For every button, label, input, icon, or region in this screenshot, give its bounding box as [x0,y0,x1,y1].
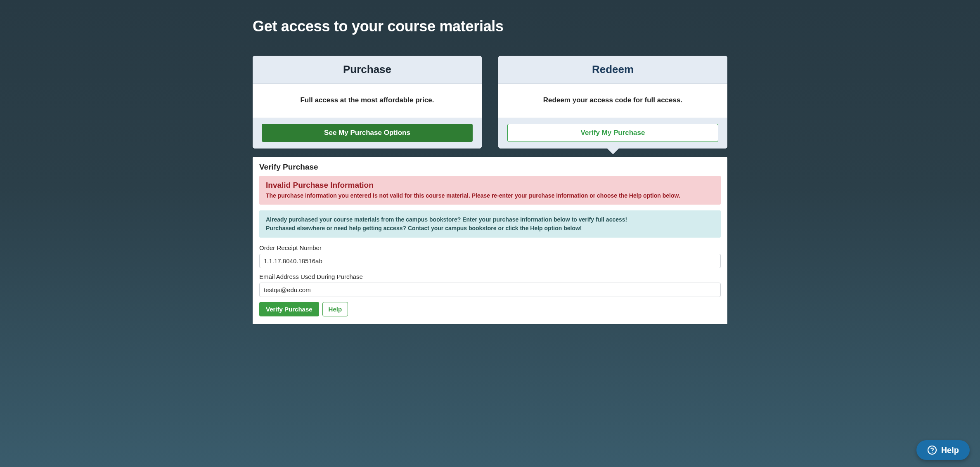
page-title: Get access to your course materials [253,18,727,35]
email-label: Email Address Used During Purchase [259,273,721,280]
help-widget-label: Help [941,446,959,455]
help-widget[interactable]: Help [916,440,970,460]
purchase-card: Purchase Full access at the most afforda… [253,56,482,149]
help-circle-icon [927,445,937,455]
error-alert: Invalid Purchase Information The purchas… [259,176,721,205]
verify-purchase-button[interactable]: Verify Purchase [259,302,319,316]
email-group: Email Address Used During Purchase [259,273,721,297]
purchase-card-title: Purchase [343,63,391,75]
order-receipt-input[interactable] [259,254,721,268]
order-receipt-group: Order Receipt Number [259,244,721,268]
error-alert-text: The purchase information you entered is … [266,192,714,199]
redeem-card-footer: Verify My Purchase [498,118,727,149]
redeem-card-header: Redeem [498,56,727,84]
order-receipt-label: Order Receipt Number [259,244,721,251]
purchase-card-header: Purchase [253,56,482,84]
verify-purchase-panel: Verify Purchase Invalid Purchase Informa… [253,157,727,324]
redeem-card: Redeem Redeem your access code for full … [498,56,727,149]
info-alert-line1: Already purchased your course materials … [266,215,714,224]
see-purchase-options-button[interactable]: See My Purchase Options [262,124,473,142]
info-alert: Already purchased your course materials … [259,210,721,238]
error-alert-title: Invalid Purchase Information [266,181,714,190]
form-actions: Verify Purchase Help [259,302,721,316]
email-input[interactable] [259,283,721,297]
purchase-card-subtitle: Full access at the most affordable price… [253,84,482,118]
verify-purchase-heading: Verify Purchase [259,163,721,172]
redeem-card-title: Redeem [592,63,634,75]
cards-row: Purchase Full access at the most afforda… [253,56,727,149]
verify-my-purchase-button[interactable]: Verify My Purchase [507,124,718,142]
purchase-card-footer: See My Purchase Options [253,118,482,149]
help-button[interactable]: Help [322,302,348,316]
redeem-card-subtitle: Redeem your access code for full access. [498,84,727,118]
info-alert-line2: Purchased elsewhere or need help getting… [266,224,714,233]
